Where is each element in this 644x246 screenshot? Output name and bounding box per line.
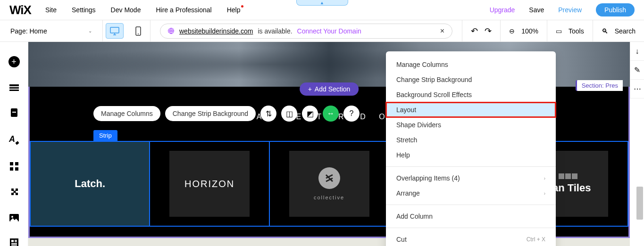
puzzle-icon	[9, 188, 19, 197]
ctx-change-background[interactable]: Change Strip Background	[386, 72, 556, 87]
ctx-manage-columns[interactable]: Manage Columns	[386, 57, 556, 72]
desktop-device-button[interactable]	[106, 23, 124, 39]
layout-circle-button[interactable]: ◫	[281, 106, 297, 122]
column-collective[interactable]: collective	[270, 142, 389, 226]
add-section-label: Add Section	[315, 85, 351, 93]
tools-icon: ▭	[556, 27, 562, 35]
manage-columns-button[interactable]: Manage Columns	[93, 106, 160, 121]
ctx-arrange[interactable]: Arrange›	[386, 186, 556, 201]
top-collapse-pill[interactable]: ▲	[296, 0, 348, 6]
notif-dot	[241, 5, 243, 8]
search-label: Search	[615, 27, 636, 35]
secondbar: Page: Home ⌄ 🌐︎ websitebuilderinside.com…	[0, 20, 644, 42]
close-icon[interactable]: ×	[440, 27, 444, 35]
svg-rect-6	[9, 87, 19, 89]
connect-domain-link[interactable]: Connect Your Domain	[297, 27, 361, 35]
pencil-icon: ✎	[634, 66, 640, 74]
content-button[interactable]	[8, 238, 20, 246]
scrollbar-thumb[interactable]	[636, 187, 643, 220]
add-button[interactable]: +	[8, 56, 20, 67]
svg-rect-7	[9, 90, 19, 91]
svg-rect-19	[15, 241, 17, 242]
menu-hire[interactable]: Hire a Professional	[156, 6, 211, 14]
svg-rect-10	[10, 162, 13, 165]
svg-rect-12	[10, 167, 13, 171]
layers-button[interactable]: ↓	[630, 42, 644, 61]
change-background-button[interactable]: Change Strip Background	[165, 106, 256, 121]
publish-button[interactable]: Publish	[596, 3, 635, 16]
domain-avail: is available.	[258, 27, 292, 35]
chevron-right-icon: ›	[544, 176, 545, 181]
mobile-device-button[interactable]	[126, 20, 150, 41]
menu-devmode[interactable]: Dev Mode	[111, 6, 141, 14]
zoom-group[interactable]: ⊖ 100%	[500, 20, 547, 41]
wix-logo[interactable]: WiX	[9, 3, 31, 17]
plus-icon: +	[8, 56, 20, 67]
help-icon: ?	[350, 109, 354, 118]
latch-logo: Latch.	[50, 151, 130, 217]
design-button[interactable]: A◆	[8, 134, 20, 145]
svg-rect-13	[15, 167, 18, 171]
scroll-button[interactable]: ⇅	[260, 106, 276, 122]
ctx-layout[interactable]: Layout	[386, 102, 556, 117]
text-design-icon: A◆	[9, 134, 19, 145]
redo-icon[interactable]: ↷	[485, 26, 492, 36]
svg-rect-21	[11, 245, 17, 246]
page-selector[interactable]: Page: Home ⌄	[0, 20, 103, 41]
domain-name: websitebuilderinside.com	[179, 27, 253, 35]
right-rail: ↓ ✎ ⋯	[630, 42, 644, 98]
preview-link[interactable]: Preview	[558, 6, 582, 14]
zoom-value: 100%	[521, 27, 538, 35]
context-menu: Manage Columns Change Strip Background B…	[386, 51, 556, 246]
ctx-add-column[interactable]: Add Column	[386, 209, 556, 224]
media-button[interactable]	[8, 214, 20, 221]
ctx-scroll-effects[interactable]: Background Scroll Effects	[386, 87, 556, 102]
help-circle-button[interactable]: ?	[343, 106, 360, 122]
more-button[interactable]: ⋯	[630, 80, 644, 98]
animation-button[interactable]: ◩	[302, 106, 318, 122]
ctx-help[interactable]: Help	[386, 148, 556, 163]
stretch-icon: ↔	[327, 109, 335, 118]
mobile-icon	[135, 26, 141, 36]
undo-icon[interactable]: ↶	[471, 26, 478, 36]
add-section-button[interactable]: + Add Section	[300, 82, 359, 96]
top-menu: Site Settings Dev Mode Hire a Profession…	[45, 6, 490, 14]
save-link[interactable]: Save	[529, 6, 544, 14]
menu-site[interactable]: Site	[45, 6, 57, 14]
strip-toolbar: Manage Columns Change Strip Background ⇅…	[93, 106, 360, 122]
ctx-shape-dividers[interactable]: Shape Dividers	[386, 117, 556, 132]
stretch-button[interactable]: ↔	[323, 106, 339, 122]
plus-icon: +	[308, 85, 312, 93]
collective-logo: collective	[289, 151, 369, 217]
apps-button[interactable]	[8, 162, 20, 171]
chevron-right-icon: ›	[544, 191, 545, 196]
tools-label: Tools	[569, 27, 584, 35]
svg-point-15	[11, 216, 13, 218]
ctx-stretch[interactable]: Stretch	[386, 132, 556, 148]
section-badge[interactable]: Section: Pres	[576, 80, 623, 91]
image-icon	[9, 214, 19, 221]
column-horizon[interactable]: HORIZON	[150, 142, 269, 226]
domain-pill[interactable]: 🌐︎ websitebuilderinside.com is available…	[160, 24, 452, 39]
upgrade-link[interactable]: Upgrade	[490, 6, 515, 14]
search-group[interactable]: 🔍︎ Search	[593, 20, 644, 41]
ctx-overlapping[interactable]: Overlapping Items (4)›	[386, 171, 556, 186]
sections-icon	[9, 84, 19, 91]
ctx-cut[interactable]: CutCtrl + X	[386, 232, 556, 246]
menu-settings[interactable]: Settings	[72, 6, 96, 14]
column-latch[interactable]: Latch.	[31, 142, 150, 226]
menu-help[interactable]: Help	[227, 6, 241, 14]
sections-button[interactable]	[8, 84, 20, 91]
more-icon: ⋯	[634, 84, 641, 93]
svg-rect-0	[110, 27, 119, 33]
tools-group[interactable]: ▭ Tools	[547, 20, 593, 41]
edit-button[interactable]: ✎	[630, 61, 644, 80]
strip-label[interactable]: Strip	[93, 130, 117, 141]
left-rail: + A◆	[0, 42, 28, 246]
addons-button[interactable]	[8, 188, 20, 197]
domain-bar: 🌐︎ websitebuilderinside.com is available…	[151, 24, 462, 39]
zoom-icon: ⊖	[509, 27, 515, 35]
pages-button[interactable]	[8, 108, 20, 117]
svg-rect-17	[11, 240, 14, 242]
top-right: Upgrade Save Preview Publish	[490, 3, 635, 16]
